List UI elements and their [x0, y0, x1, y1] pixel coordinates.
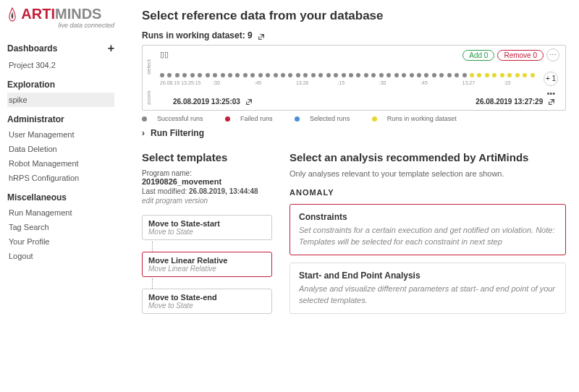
sidebar-item-data-deletion[interactable]: Data Deletion [7, 142, 114, 156]
flow-node[interactable]: Move Linear RelativeMove Linear Relative [142, 252, 272, 277]
flow-node-title: Move to State-start [148, 219, 266, 228]
sidebar-item-profile[interactable]: Your Profile [7, 234, 114, 249]
analysis-card[interactable]: Start- and End Point AnalysisAnalyse and… [290, 263, 566, 314]
run-dot[interactable] [515, 73, 520, 77]
external-link-icon[interactable] [245, 98, 253, 106]
run-dot[interactable] [318, 73, 323, 77]
sidebar: ARTIMINDS live data connected Dashboards… [0, 0, 122, 392]
sidebar-item-tag-search[interactable]: Tag Search [7, 220, 114, 234]
add-button[interactable]: Add 0 [462, 50, 494, 61]
sidebar-item-user-mgmt[interactable]: User Management [7, 127, 114, 142]
run-dot[interactable] [243, 73, 248, 77]
run-dot[interactable] [213, 73, 217, 77]
chevron-right-icon: › [142, 128, 145, 138]
card-description: Analyse and visualize different paramete… [299, 284, 557, 306]
main-content: Select reference data from your database… [122, 0, 579, 392]
zoom-axis-label: zoom [145, 90, 152, 105]
flow-node[interactable]: Move to State-endMove to State [142, 289, 272, 314]
book-icon[interactable]: ▯▯ [160, 50, 169, 59]
run-dot[interactable] [507, 73, 512, 77]
templates-title: Select templates [142, 151, 272, 163]
run-dot[interactable] [386, 73, 391, 77]
remove-button[interactable]: Remove 0 [497, 50, 544, 61]
run-dot[interactable] [274, 73, 278, 77]
run-dot[interactable] [439, 73, 444, 77]
nav-dashboards-head[interactable]: Dashboards+ [7, 39, 114, 58]
sidebar-item-spike[interactable]: spike [7, 93, 114, 107]
run-dot[interactable] [182, 73, 187, 77]
tick-label: 13:27 [462, 80, 476, 85]
run-dot[interactable] [394, 73, 399, 77]
card-description: Set constraints for a certain execution … [299, 225, 557, 247]
timeline-bar[interactable]: 26.08.19 13:25:15:30:4513:26:15:30:4513:… [160, 72, 538, 85]
run-dot[interactable] [296, 73, 300, 77]
sidebar-item-logout[interactable]: Logout [7, 249, 114, 263]
run-dot[interactable] [266, 73, 270, 77]
run-dot[interactable] [303, 73, 308, 77]
runs-count-label: Runs in working dataset: 9 [142, 30, 566, 41]
sidebar-item-run-mgmt[interactable]: Run Management [7, 205, 114, 220]
run-dot[interactable] [402, 73, 406, 77]
run-dot[interactable] [470, 73, 474, 77]
analysis-subtitle: Only analyses relevant to your template … [290, 169, 566, 178]
run-dot[interactable] [190, 73, 195, 77]
add-dashboard-icon[interactable]: + [108, 42, 114, 55]
run-dot[interactable] [281, 73, 285, 77]
run-dot[interactable] [334, 73, 338, 77]
run-dot[interactable] [342, 73, 346, 77]
nav-admin-head[interactable]: Administrator [7, 111, 114, 127]
run-dot[interactable] [221, 73, 225, 77]
run-dot[interactable] [424, 73, 428, 77]
run-filtering-toggle[interactable]: ›Run Filtering [142, 128, 566, 138]
flow-node-subtitle: Move Linear Relative [148, 265, 266, 273]
run-dot[interactable] [417, 73, 421, 77]
run-dot[interactable] [455, 73, 459, 77]
run-dot[interactable] [371, 73, 376, 77]
run-dot[interactable] [492, 73, 496, 77]
run-dot[interactable] [198, 73, 202, 77]
run-dot[interactable] [160, 73, 164, 77]
run-dot[interactable] [175, 73, 179, 77]
run-dot[interactable] [167, 73, 172, 77]
run-dot[interactable] [531, 73, 535, 77]
tick-label: 26.08.19 13:25:15 [160, 80, 200, 85]
run-dot[interactable] [228, 73, 232, 77]
run-dot[interactable] [462, 73, 467, 77]
timeline-plus-button[interactable]: + 1 [544, 72, 558, 86]
tick-label: :30 [213, 80, 220, 85]
tick-label: :45 [255, 80, 262, 85]
run-dot[interactable] [311, 73, 316, 77]
sidebar-item-hrps[interactable]: hRPS Configuration [7, 171, 114, 185]
run-dot[interactable] [485, 73, 489, 77]
page-title: Select reference data from your database [142, 9, 566, 23]
run-dot[interactable] [258, 73, 263, 77]
sidebar-item-robot-mgmt[interactable]: Robot Management [7, 156, 114, 171]
run-dot[interactable] [349, 73, 353, 77]
flow-node[interactable]: Move to State-startMove to State [142, 215, 272, 240]
nav-misc-head[interactable]: Miscellaneous [7, 189, 114, 205]
run-dot[interactable] [356, 73, 360, 77]
ellipsis-icon[interactable]: ••• [546, 89, 555, 98]
run-dot[interactable] [523, 73, 527, 77]
sidebar-item-project[interactable]: Project 304.2 [7, 58, 114, 72]
more-menu-icon[interactable]: ⋯ [546, 48, 559, 61]
run-dot[interactable] [235, 73, 240, 77]
tick-label: :30 [379, 80, 386, 85]
external-link-icon[interactable] [258, 33, 265, 40]
last-modified: Last modified: 26.08.2019, 13:44:48 [142, 187, 272, 195]
run-dot[interactable] [500, 73, 504, 77]
edit-program-link[interactable]: edit program version [142, 197, 272, 205]
analysis-card[interactable]: ConstraintsSet constraints for a certain… [290, 204, 566, 255]
run-dot[interactable] [250, 73, 255, 77]
run-dot[interactable] [447, 73, 452, 77]
run-dot[interactable] [379, 73, 384, 77]
run-dot[interactable] [410, 73, 414, 77]
nav-exploration-head[interactable]: Exploration [7, 77, 114, 93]
run-dot[interactable] [206, 73, 210, 77]
run-dot[interactable] [326, 73, 331, 77]
external-link-icon[interactable] [548, 98, 555, 106]
run-dot[interactable] [477, 73, 481, 77]
run-dot[interactable] [364, 73, 368, 77]
run-dot[interactable] [432, 73, 436, 77]
run-dot[interactable] [288, 73, 292, 77]
